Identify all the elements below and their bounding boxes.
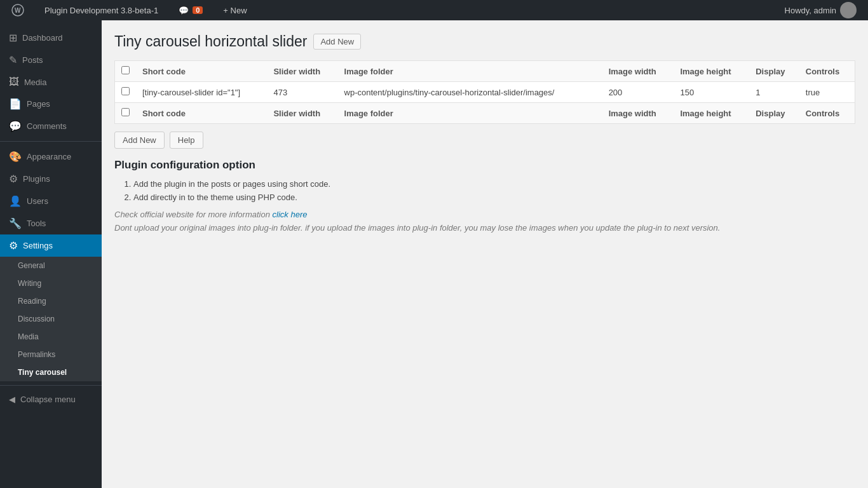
sidebar-item-appearance[interactable]: 🎨 Appearance bbox=[0, 146, 102, 168]
row-slider-width: 473 bbox=[267, 82, 337, 103]
footer-select-all-checkbox[interactable] bbox=[121, 108, 130, 116]
submenu-writing[interactable]: Writing bbox=[0, 274, 102, 292]
header-image-width: Image width bbox=[602, 61, 674, 82]
sidebar-divider-2 bbox=[0, 385, 102, 386]
users-icon: 👤 bbox=[9, 195, 22, 207]
submenu-tiny-carousel[interactable]: Tiny carousel bbox=[0, 363, 102, 381]
footer-short-code: Short code bbox=[136, 103, 267, 124]
comments-button[interactable]: 💬 0 bbox=[173, 0, 208, 20]
media-icon: 🖼 bbox=[9, 76, 19, 88]
submenu-permalinks[interactable]: Permalinks bbox=[0, 346, 102, 363]
footer-checkbox-col bbox=[115, 103, 137, 124]
sidebar-label-users: Users bbox=[27, 196, 48, 206]
row-short-code: [tiny-carousel-slider id="1"] bbox=[136, 82, 267, 103]
footer-image-width: Image width bbox=[602, 103, 674, 124]
tools-icon: 🔧 bbox=[9, 217, 22, 229]
footer-image-height: Image height bbox=[674, 103, 749, 124]
submenu-general[interactable]: General bbox=[0, 257, 102, 274]
row-checkbox[interactable] bbox=[121, 87, 130, 95]
table-header-row: Short code Slider width Image folder Ima… bbox=[115, 61, 855, 82]
collapse-icon: ◀ bbox=[9, 395, 15, 404]
row-image-width: 200 bbox=[602, 82, 674, 103]
select-all-checkbox[interactable] bbox=[121, 66, 130, 74]
sidebar-label-pages: Pages bbox=[27, 99, 50, 109]
header-slider-width: Slider width bbox=[267, 61, 337, 82]
plugins-icon: ⚙ bbox=[9, 173, 18, 185]
info-line-1: Check official website for more informat… bbox=[114, 210, 855, 219]
sidebar-item-media[interactable]: 🖼 Media bbox=[0, 71, 102, 93]
config-title: Plugin configuration option bbox=[114, 159, 855, 172]
sidebar-label-settings: Settings bbox=[23, 241, 53, 250]
sidebar-label-posts: Posts bbox=[22, 55, 43, 65]
sidebar-item-comments[interactable]: 💬 Comments bbox=[0, 115, 102, 137]
info-prefix: Check official website for more informat… bbox=[114, 210, 273, 219]
info-line-2: Dont upload your original images into pl… bbox=[114, 223, 855, 233]
action-buttons: Add New Help bbox=[114, 132, 855, 149]
table-row: [tiny-carousel-slider id="1"] 473 wp-con… bbox=[115, 82, 855, 103]
row-image-folder: wp-content/plugins/tiny-carousel-horizon… bbox=[338, 82, 602, 103]
header-short-code: Short code bbox=[136, 61, 267, 82]
main-content: Tiny carousel horizontal slider Add New … bbox=[102, 20, 868, 488]
sidebar-item-users[interactable]: 👤 Users bbox=[0, 190, 102, 212]
add-new-header-button[interactable]: Add New bbox=[313, 34, 361, 50]
sidebar-item-posts[interactable]: ✎ Posts bbox=[0, 49, 102, 71]
row-display: 1 bbox=[749, 82, 799, 103]
header-display: Display bbox=[749, 61, 799, 82]
header-image-folder: Image folder bbox=[338, 61, 602, 82]
site-name-label: Plugin Development 3.8-beta-1 bbox=[44, 6, 158, 15]
sidebar-item-settings[interactable]: ⚙ Settings bbox=[0, 234, 102, 257]
admin-bar: W Plugin Development 3.8-beta-1 💬 0 + Ne… bbox=[0, 0, 868, 20]
row-checkbox-cell bbox=[115, 82, 137, 103]
dashboard-icon: ⊞ bbox=[9, 32, 17, 44]
header-checkbox-col bbox=[115, 61, 137, 82]
sidebar-label-appearance: Appearance bbox=[27, 152, 71, 161]
comments-count: 0 bbox=[193, 6, 203, 14]
footer-controls: Controls bbox=[799, 103, 855, 124]
sidebar-label-dashboard: Dashboard bbox=[22, 33, 63, 43]
header-controls: Controls bbox=[799, 61, 855, 82]
settings-icon: ⚙ bbox=[9, 240, 18, 252]
sidebar-label-plugins: Plugins bbox=[23, 174, 50, 184]
config-item-2: Add directly in to the theme using PHP c… bbox=[133, 193, 855, 202]
avatar bbox=[840, 2, 857, 18]
sidebar-divider-1 bbox=[0, 141, 102, 142]
collapse-menu-button[interactable]: ◀ Collapse menu bbox=[0, 390, 102, 409]
sidebar-item-plugins[interactable]: ⚙ Plugins bbox=[0, 168, 102, 190]
page-title: Tiny carousel horizontal slider Add New bbox=[114, 33, 855, 50]
submenu-reading[interactable]: Reading bbox=[0, 292, 102, 310]
sidebar-item-dashboard[interactable]: ⊞ Dashboard bbox=[0, 27, 102, 49]
sidebar-label-comments: Comments bbox=[27, 121, 67, 131]
comments-icon: 💬 bbox=[9, 120, 22, 132]
sidebar: ⊞ Dashboard ✎ Posts 🖼 Media 📄 Pages 💬 Co… bbox=[0, 20, 102, 488]
add-new-button[interactable]: Add New bbox=[114, 132, 165, 149]
header-image-height: Image height bbox=[674, 61, 749, 82]
settings-submenu: General Writing Reading Discussion Media… bbox=[0, 257, 102, 381]
row-controls: true bbox=[799, 82, 855, 103]
footer-display: Display bbox=[749, 103, 799, 124]
new-content-button[interactable]: + New bbox=[218, 0, 252, 20]
help-button[interactable]: Help bbox=[170, 132, 203, 149]
sliders-table: Short code Slider width Image folder Ima… bbox=[114, 60, 855, 124]
site-name-button[interactable]: Plugin Development 3.8-beta-1 bbox=[39, 0, 163, 20]
row-image-height: 150 bbox=[674, 82, 749, 103]
posts-icon: ✎ bbox=[9, 54, 17, 66]
click-here-link[interactable]: click here bbox=[273, 210, 308, 219]
footer-slider-width: Slider width bbox=[267, 103, 337, 124]
howdy-button[interactable]: Howdy, admin bbox=[780, 0, 862, 20]
submenu-media[interactable]: Media bbox=[0, 328, 102, 346]
submenu-discussion[interactable]: Discussion bbox=[0, 310, 102, 328]
new-label: + New bbox=[223, 6, 247, 15]
config-list: Add the plugin in the posts or pages usi… bbox=[133, 179, 855, 202]
sidebar-item-tools[interactable]: 🔧 Tools bbox=[0, 212, 102, 234]
table-footer-row: Short code Slider width Image folder Ima… bbox=[115, 103, 855, 124]
pages-icon: 📄 bbox=[9, 98, 22, 110]
wp-logo-button[interactable]: W bbox=[6, 0, 29, 20]
sidebar-label-media: Media bbox=[24, 78, 46, 87]
sidebar-label-tools: Tools bbox=[27, 219, 46, 228]
footer-image-folder: Image folder bbox=[338, 103, 602, 124]
config-section: Plugin configuration option Add the plug… bbox=[114, 159, 855, 233]
appearance-icon: 🎨 bbox=[9, 151, 22, 163]
howdy-text: Howdy, admin bbox=[785, 6, 836, 15]
sidebar-item-pages[interactable]: 📄 Pages bbox=[0, 93, 102, 115]
config-item-1: Add the plugin in the posts or pages usi… bbox=[133, 179, 855, 189]
